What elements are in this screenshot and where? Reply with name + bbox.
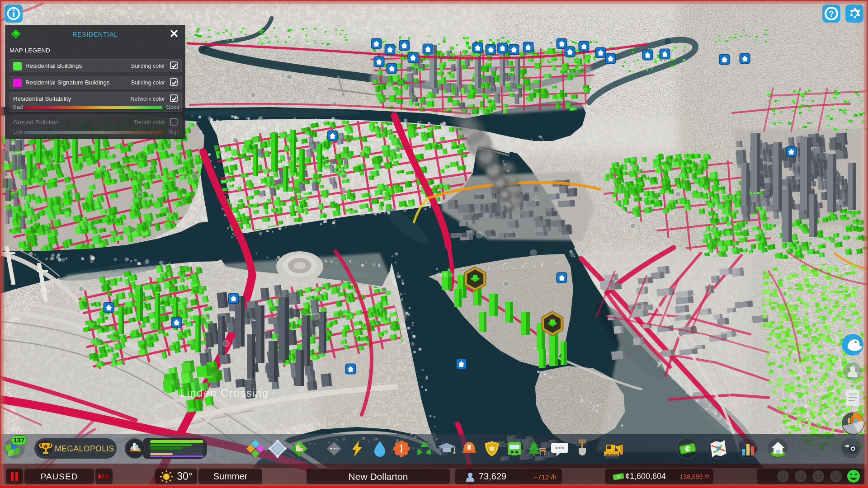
svg-text:?: ? [829,9,834,19]
svg-text:Marblemein: Marblemein [97,165,132,172]
svg-text:¢: ¢ [685,444,690,454]
svg-text:Willow: Willow [437,271,454,278]
svg-text:Linden Crossing: Linden Crossing [180,387,269,399]
